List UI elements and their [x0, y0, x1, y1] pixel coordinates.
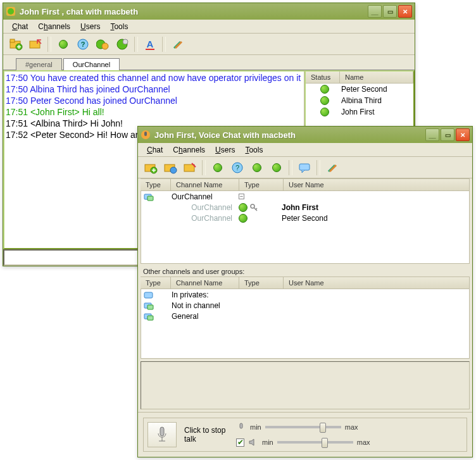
- status-help-icon[interactable]: ?: [229, 159, 246, 176]
- svg-rect-27: [144, 292, 153, 298]
- talk-label: Click to stop talk: [184, 426, 229, 444]
- col-name[interactable]: Name: [340, 71, 413, 83]
- svg-rect-31: [147, 316, 153, 320]
- svg-text:?: ?: [235, 164, 239, 171]
- mic-slider[interactable]: [265, 426, 341, 428]
- svg-rect-5: [30, 41, 40, 48]
- user-name: Peter Second: [282, 214, 328, 223]
- mic-volume-row: min max: [236, 422, 370, 432]
- slider-thumb[interactable]: [320, 423, 326, 433]
- user-name: Albina Third: [341, 96, 382, 105]
- maximize-button[interactable]: ▭: [383, 5, 397, 18]
- toolbar-separator: [47, 37, 51, 52]
- menu-tools[interactable]: Tools: [240, 144, 268, 156]
- user-row[interactable]: John First: [306, 106, 413, 118]
- menu-users[interactable]: Users: [75, 21, 105, 32]
- channel-tree[interactable]: OurChannel − OurChannel John First OurCh…: [141, 191, 470, 264]
- col-channel-name[interactable]: Channel Name: [171, 179, 239, 190]
- col-channel-name[interactable]: Channel Name: [171, 277, 239, 289]
- svg-text:?: ?: [81, 40, 85, 48]
- svg-rect-29: [147, 305, 153, 309]
- col-user-name[interactable]: User Name: [284, 277, 470, 289]
- minimize-button[interactable]: __: [368, 5, 382, 18]
- user-row[interactable]: Peter Second: [306, 84, 413, 95]
- svg-point-11: [123, 39, 128, 44]
- menu-tools[interactable]: Tools: [105, 21, 133, 32]
- min-label: min: [262, 438, 273, 446]
- svg-rect-3: [10, 39, 15, 42]
- chat-menubar: Chat Channels Users Tools: [3, 20, 415, 34]
- voice-titlebar[interactable]: John First, Voice Chat with macbeth __ ▭…: [138, 127, 472, 143]
- menu-channels[interactable]: Channels: [33, 21, 75, 32]
- channel-name: OurChannel: [172, 192, 239, 201]
- folder-out-icon[interactable]: [181, 159, 199, 176]
- status-online-icon: [320, 108, 329, 116]
- minimize-button[interactable]: __: [425, 128, 439, 141]
- talk-button[interactable]: [147, 422, 177, 447]
- chat-message: 17:51 <John First> Hi all!: [6, 106, 303, 118]
- item-label: In privates:: [172, 290, 209, 299]
- channel-tabbar: #general OurChannel: [3, 55, 415, 70]
- list-item[interactable]: General: [141, 311, 469, 321]
- status-online-icon[interactable]: [54, 36, 72, 53]
- status-away-icon[interactable]: [113, 36, 131, 53]
- close-button[interactable]: ✕: [398, 5, 412, 18]
- mic-panel: Click to stop talk min max ✔ min max: [138, 412, 472, 457]
- folder-out-icon[interactable]: [27, 36, 44, 53]
- col-type[interactable]: Type: [141, 179, 171, 190]
- chat-window-title: John First , chat with macbeth: [20, 7, 368, 16]
- close-button[interactable]: ✕: [456, 128, 470, 141]
- chat-toolbar: ? A: [3, 34, 415, 55]
- col-user-name[interactable]: User Name: [284, 179, 470, 190]
- maximize-button[interactable]: ▭: [441, 128, 454, 141]
- menu-channels[interactable]: Channels: [168, 144, 210, 156]
- menu-chat[interactable]: Chat: [7, 21, 33, 32]
- user-name: John First: [341, 108, 375, 116]
- settings-icon[interactable]: [323, 159, 341, 176]
- tree-user-row[interactable]: OurChannel John First: [141, 202, 469, 213]
- channel-name-dim: OurChannel: [172, 214, 239, 223]
- col-type[interactable]: Type: [141, 277, 171, 289]
- slider-thumb[interactable]: [322, 438, 328, 448]
- list-item[interactable]: Not in channel: [141, 300, 469, 311]
- folder-user-icon[interactable]: [161, 159, 179, 176]
- tree-user-row[interactable]: OurChannel Peter Second: [141, 213, 469, 223]
- channel-icon: [144, 301, 154, 310]
- status-online-icon: [320, 96, 329, 105]
- list-item[interactable]: In privates:: [141, 289, 469, 300]
- status-online-icon: [239, 203, 247, 212]
- svg-point-19: [170, 167, 177, 173]
- channel-name-dim: OurChannel: [172, 203, 239, 212]
- chat-message: 17:50 You have created this channel and …: [6, 72, 303, 84]
- speaker-volume-row: ✔ min max: [236, 437, 370, 447]
- status-busy-icon[interactable]: [248, 159, 266, 176]
- tab-general[interactable]: #general: [16, 58, 62, 70]
- status-help-icon[interactable]: ?: [74, 36, 92, 53]
- status-busy-icon[interactable]: [94, 36, 111, 53]
- settings-icon[interactable]: [169, 36, 187, 53]
- col-type2[interactable]: Type: [239, 277, 284, 289]
- col-status[interactable]: Status: [306, 71, 340, 83]
- user-row[interactable]: Albina Third: [306, 95, 413, 106]
- font-icon[interactable]: A: [141, 36, 159, 53]
- folder-add-icon[interactable]: [7, 36, 25, 53]
- other-channels-list[interactable]: In privates: Not in channel General: [141, 289, 470, 359]
- item-label: General: [172, 312, 199, 321]
- svg-rect-23: [299, 164, 310, 170]
- chat-titlebar[interactable]: John First , chat with macbeth __ ▭ ✕: [3, 3, 415, 20]
- col-type2[interactable]: Type: [239, 179, 284, 190]
- folder-add-icon[interactable]: [142, 159, 160, 176]
- speaker-checkbox[interactable]: ✔: [236, 438, 244, 447]
- collapse-icon[interactable]: −: [239, 194, 244, 199]
- menu-chat[interactable]: Chat: [142, 144, 168, 156]
- tree-root-row[interactable]: OurChannel −: [141, 191, 469, 202]
- channel-icon: [144, 312, 154, 321]
- status-online-icon[interactable]: [209, 159, 227, 176]
- tab-ourchannel[interactable]: OurChannel: [63, 58, 120, 70]
- menu-users[interactable]: Users: [210, 144, 240, 156]
- app-icon: [6, 6, 16, 16]
- speaker-slider[interactable]: [277, 441, 353, 444]
- chat-bubble-icon[interactable]: [296, 159, 313, 176]
- chat-message: 17:50 Peter Second has joined OurChannel: [6, 95, 303, 106]
- status-away-icon[interactable]: [268, 159, 285, 176]
